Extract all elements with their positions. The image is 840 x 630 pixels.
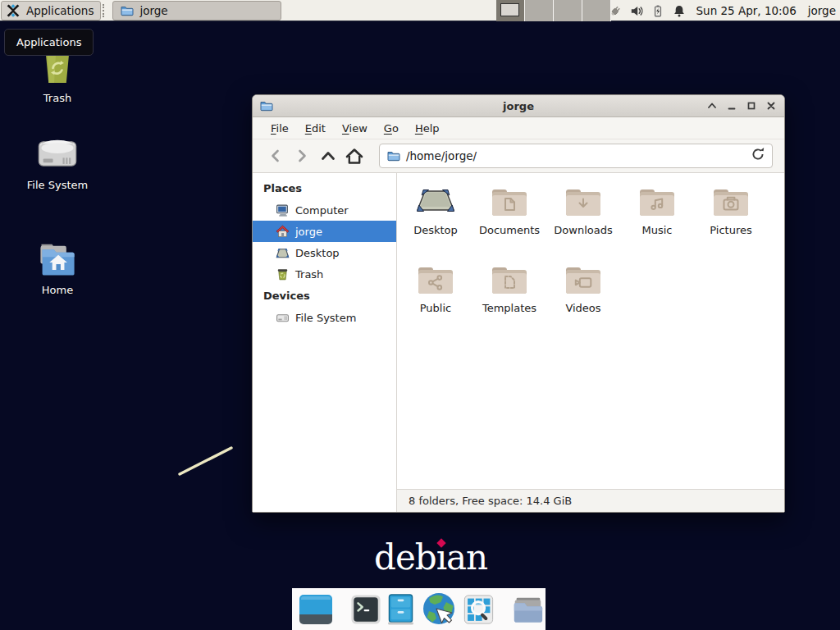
desktop-icon-home[interactable]: Home <box>18 240 97 296</box>
workspace-cell-3[interactable] <box>554 0 582 21</box>
web-browser-icon[interactable] <box>420 591 458 628</box>
notification-bell-icon[interactable] <box>673 4 687 18</box>
workspace-cell-4[interactable] <box>582 0 611 21</box>
desktop-icon-file-system[interactable]: File System <box>18 136 97 191</box>
file-item-documents[interactable]: Documents <box>472 183 546 261</box>
workspace-window-thumb <box>500 3 519 16</box>
window-body: Places Computer jorge Desktop TrashDevic… <box>253 173 784 512</box>
taskbar-window-button[interactable]: jorge <box>112 1 281 21</box>
sidebar-item-label: Desktop <box>295 247 340 259</box>
sidebar-item-label: File System <box>295 312 356 324</box>
sidebar-item-label: Trash <box>295 268 323 281</box>
applications-tooltip: Applications <box>4 29 94 56</box>
menu-file[interactable]: File <box>262 119 297 138</box>
path-folder-icon <box>386 149 400 162</box>
menu-help[interactable]: Help <box>407 119 448 138</box>
sidebar-item-label: jorge <box>295 226 322 238</box>
drive-small-icon <box>276 311 290 325</box>
desktop-small-icon <box>276 246 290 260</box>
sidebar-item-file-system[interactable]: File System <box>253 307 396 328</box>
shade-button[interactable] <box>705 99 719 113</box>
dock-folder-icon[interactable] <box>510 593 545 626</box>
back-button[interactable] <box>264 144 287 167</box>
file-label: Public <box>420 302 451 314</box>
battery-charging-icon[interactable] <box>651 4 665 18</box>
sidebar-item-computer[interactable]: Computer <box>253 199 396 221</box>
dock-panel <box>292 588 546 630</box>
sidebar-header-places: Places <box>253 177 396 199</box>
statusbar: 8 folders, Free space: 14.4 GiB <box>397 489 784 512</box>
maximize-button[interactable] <box>744 99 758 113</box>
taskbar-window-label: jorge <box>139 4 167 17</box>
computer-icon <box>276 203 290 217</box>
debian-logo-diamond <box>436 538 445 547</box>
show-desktop-icon[interactable] <box>298 593 334 626</box>
window-titlebar[interactable]: jorge <box>253 95 784 117</box>
app-finder-icon[interactable] <box>463 594 494 625</box>
desktop-root: Applications jorge Sun 25 Apr, 10:06 jor… <box>0 0 840 630</box>
file-label: Desktop <box>413 224 458 236</box>
file-cabinet-icon[interactable] <box>387 593 414 626</box>
file-label: Pictures <box>710 224 751 236</box>
menu-view[interactable]: View <box>334 119 376 138</box>
workspace-cell-1[interactable] <box>496 0 525 21</box>
folder-icon <box>120 4 134 17</box>
folder-document-icon <box>490 183 529 219</box>
file-label: Templates <box>482 302 536 314</box>
up-button[interactable] <box>317 144 340 167</box>
main-view: Desktop Documents Downloads Music Pictur… <box>397 173 784 512</box>
file-grid: Desktop Documents Downloads Music Pictur… <box>397 173 784 489</box>
minimize-button[interactable] <box>724 99 738 113</box>
folder-music-icon <box>637 183 677 219</box>
applications-menu-button[interactable]: Applications <box>1 1 101 21</box>
desktop-icon-label: Home <box>42 284 73 296</box>
close-button[interactable] <box>764 99 778 113</box>
drive-large-icon <box>36 136 79 176</box>
panel-handle[interactable] <box>103 4 110 17</box>
trash-small-icon <box>276 267 290 281</box>
folder-video-icon <box>564 261 603 297</box>
debian-logo: debıan <box>374 541 487 575</box>
top-panel: Applications jorge Sun 25 Apr, 10:06 jor… <box>0 0 840 21</box>
file-label: Documents <box>479 224 540 236</box>
window-toolbar: /home/jorge/ <box>253 139 784 173</box>
xfce-menu-icon <box>5 2 21 19</box>
home-button[interactable] <box>343 144 366 167</box>
reload-icon[interactable] <box>751 147 765 165</box>
sidebar-item-jorge[interactable]: jorge <box>253 221 396 242</box>
file-item-templates[interactable]: Templates <box>472 261 546 339</box>
path-entry[interactable]: /home/jorge/ <box>379 144 773 168</box>
sidebar-item-trash[interactable]: Trash <box>253 263 396 285</box>
home-large-icon <box>36 240 79 281</box>
file-item-downloads[interactable]: Downloads <box>546 183 620 261</box>
desktop-icon-label: Trash <box>43 92 71 104</box>
terminal-icon[interactable] <box>350 594 381 625</box>
file-item-music[interactable]: Music <box>620 183 694 261</box>
folder-camera-icon <box>711 183 751 219</box>
panel-clock[interactable]: Sun 25 Apr, 10:06 <box>696 4 797 17</box>
tooltip-text: Applications <box>16 36 81 48</box>
desktop-large-icon <box>416 183 455 219</box>
folder-share-icon <box>416 261 455 297</box>
file-label: Downloads <box>554 224 612 236</box>
path-text: /home/jorge/ <box>406 149 745 162</box>
panel-username[interactable]: jorge <box>808 4 836 17</box>
sidebar-item-desktop[interactable]: Desktop <box>253 242 396 263</box>
volume-icon[interactable] <box>630 4 644 18</box>
debian-logo-i: ı <box>436 541 446 575</box>
sidebar-header-devices: Devices <box>253 285 396 307</box>
power-plug-icon[interactable] <box>609 4 623 18</box>
sidebar: Places Computer jorge Desktop TrashDevic… <box>253 173 397 512</box>
statusbar-text: 8 folders, Free space: 14.4 GiB <box>409 495 572 507</box>
file-item-pictures[interactable]: Pictures <box>694 183 768 261</box>
file-item-desktop[interactable]: Desktop <box>399 183 472 261</box>
workspace-switcher[interactable] <box>496 0 611 21</box>
menu-edit[interactable]: Edit <box>297 119 334 138</box>
window-controls <box>705 99 778 113</box>
menu-go[interactable]: Go <box>376 119 407 138</box>
file-item-public[interactable]: Public <box>399 261 472 339</box>
forward-button[interactable] <box>290 144 313 167</box>
workspace-cell-2[interactable] <box>525 0 554 21</box>
file-manager-window: jorge FileEditViewGoHelp /home/jorge/ Pl… <box>252 94 785 513</box>
file-item-videos[interactable]: Videos <box>546 261 620 339</box>
